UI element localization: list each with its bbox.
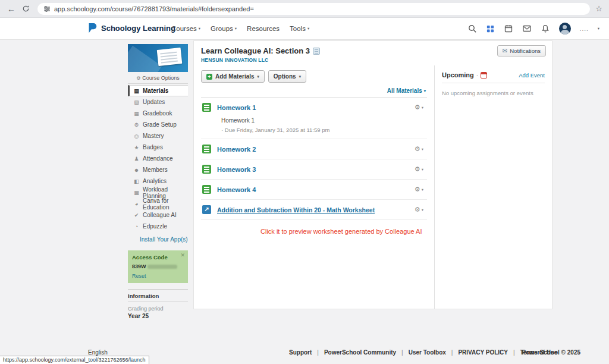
sidebar-item-label: Grade Setup (143, 121, 177, 128)
upcoming-empty-text: No upcoming assignments or events (442, 90, 545, 96)
grading-period-value: Year 25 (128, 313, 188, 319)
app-header: Schoology Learning Courses▾Groups▾Resour… (0, 18, 609, 40)
sidebar-item-mastery[interactable]: ◎Mastery (128, 130, 188, 142)
footer-separator: | (401, 349, 403, 356)
sidebar-item-label: Analytics (143, 178, 167, 184)
search-icon[interactable] (467, 24, 477, 33)
upcoming-header: Upcoming · Add Event (442, 71, 545, 83)
nav-item-label: Tools (290, 25, 306, 32)
analytics-icon: ◧ (133, 178, 140, 184)
language-selector[interactable]: English (88, 349, 108, 356)
add-event-link[interactable]: Add Event (519, 72, 545, 79)
row-actions-menu[interactable]: ⚙▾ (415, 206, 426, 214)
browser-reload-icon[interactable] (22, 5, 30, 12)
edpuzzle-icon: ◔ (133, 224, 140, 230)
add-materials-button[interactable]: Add Materials ▾ (201, 70, 265, 83)
assignment-icon (202, 185, 211, 194)
chevron-down-icon[interactable]: ▾ (598, 26, 599, 31)
footer-link[interactable]: User Toolbox (409, 349, 446, 356)
row-actions-menu[interactable]: ⚙▾ (415, 103, 426, 111)
footer-link[interactable]: PRIVACY POLICY (458, 349, 508, 356)
header-icons: .... ▾ (467, 18, 599, 39)
address-bar[interactable]: app.schoology.com/course/7672881793/mate… (37, 3, 590, 15)
nav-item-courses[interactable]: Courses▾ (171, 25, 200, 32)
site-info-icon[interactable] (43, 5, 51, 12)
calendar-icon (481, 72, 487, 79)
gear-icon: ⚙ (415, 206, 420, 214)
nav-item-tools[interactable]: Tools▾ (290, 25, 309, 32)
sidebar-item-grade-setup[interactable]: ⚙Grade Setup (128, 119, 188, 130)
material-row: Homework 2⚙▾ (201, 139, 427, 159)
sidebar-item-gradebook[interactable]: ▦Gradebook (128, 108, 188, 119)
course-thumbnail[interactable] (128, 44, 188, 72)
assignment-icon (202, 145, 211, 153)
schoology-logo[interactable]: Schoology Learning (87, 23, 175, 34)
course-main-panel: Learn Colleague AI: Section 3 HENSUN INN… (193, 40, 553, 309)
chevron-down-icon: ▾ (422, 208, 423, 212)
bell-icon[interactable] (541, 24, 550, 33)
materials-filter-dropdown[interactable]: All Materials ▾ (201, 83, 427, 98)
grading-period-label: Grading period (128, 306, 188, 312)
course-sidebar: ⚙ Course Options ▤Materials▧Updates▦Grad… (128, 44, 188, 319)
calendar-icon[interactable] (504, 24, 513, 33)
bookmark-star-icon[interactable]: ☆ (595, 4, 602, 13)
nav-item-groups[interactable]: Groups▾ (211, 25, 237, 32)
workload-planning-icon: ▩ (133, 190, 140, 196)
gradebook-icon: ▦ (133, 111, 140, 117)
footer-link[interactable]: PowerSchool Community (324, 349, 396, 356)
sidebar-item-analytics[interactable]: ◧Analytics (128, 175, 188, 187)
gear-icon: ⚙ (415, 145, 420, 153)
course-header: Learn Colleague AI: Section 3 HENSUN INN… (194, 41, 552, 65)
organization-link[interactable]: HENSUN INNOVATION LLC (201, 57, 545, 63)
material-link[interactable]: Addition and Subtraction Within 20 - Mat… (217, 206, 375, 214)
material-link[interactable]: Homework 4 (217, 186, 256, 193)
url-text: app.schoology.com/course/7672881793/mate… (54, 5, 254, 12)
browser-chrome: ← app.schoology.com/course/7672881793/ma… (0, 0, 609, 18)
sidebar-item-workload-planning[interactable]: ▩Workload Planning (128, 187, 188, 198)
gear-icon: ⚙ (136, 76, 140, 81)
material-link[interactable]: Homework 3 (217, 166, 256, 173)
browser-back-icon[interactable]: ← (7, 5, 15, 13)
sidebar-item-materials[interactable]: ▤Materials (128, 85, 188, 96)
footer-link[interactable]: Support (289, 349, 312, 356)
close-icon[interactable]: ✕ (180, 252, 185, 258)
sidebar-item-label: Updates (143, 99, 165, 105)
material-link[interactable]: Homework 1 (217, 104, 256, 111)
course-title-text: Learn Colleague AI: Section 3 (201, 46, 310, 55)
user-name-truncated: .... (580, 26, 589, 32)
sidebar-item-canva-for-education[interactable]: ◕Canva for Education (128, 198, 188, 209)
course-options[interactable]: ⚙ Course Options (128, 72, 188, 84)
sidebar-item-badges[interactable]: ★Badges (128, 142, 188, 153)
sidebar-item-edpuzzle[interactable]: ◔Edpuzzle (128, 221, 188, 232)
chevron-down-icon: ▾ (199, 26, 200, 31)
members-icon: ☻ (133, 167, 140, 173)
sidebar-item-members[interactable]: ☻Members (128, 164, 188, 175)
mail-icon[interactable] (522, 24, 532, 33)
material-link[interactable]: Homework 2 (217, 146, 256, 153)
material-due-date: · Due Friday, January 31, 2025 at 11:59 … (221, 127, 427, 133)
apps-grid-icon[interactable] (486, 24, 495, 33)
grade-setup-icon: ⚙ (133, 122, 140, 128)
sidebar-item-updates[interactable]: ▧Updates (128, 96, 188, 108)
information-title: Information (128, 290, 188, 302)
access-code-value: 839W (132, 263, 184, 269)
notifications-button[interactable]: ✉ Notifications (497, 45, 546, 57)
row-actions-menu[interactable]: ⚙▾ (415, 165, 426, 173)
row-actions-menu[interactable]: ⚙▾ (415, 186, 426, 193)
row-actions-menu[interactable]: ⚙▾ (415, 145, 426, 153)
options-button[interactable]: Options ▾ (268, 70, 306, 83)
gear-icon: ⚙ (415, 103, 420, 111)
sidebar-item-label: Gradebook (143, 110, 172, 117)
material-row: Addition and Subtraction Within 20 - Mat… (201, 200, 427, 219)
material-details-title: Homework 1 (221, 117, 427, 124)
nav-item-resources[interactable]: Resources (247, 25, 280, 32)
access-code-reset-link[interactable]: Reset (132, 273, 184, 279)
user-avatar[interactable] (559, 23, 571, 34)
sidebar-item-attendance[interactable]: ♟Attendance (128, 153, 188, 164)
access-code-title: Access Code (132, 254, 184, 261)
material-item: Homework 4⚙▾ (201, 180, 427, 200)
add-materials-label: Add Materials (215, 73, 255, 80)
sidebar-item-colleague-ai[interactable]: ✔Colleague AI (128, 209, 188, 221)
nav-item-label: Groups (211, 25, 233, 32)
install-apps-link[interactable]: Install Your App(s) (128, 232, 188, 243)
